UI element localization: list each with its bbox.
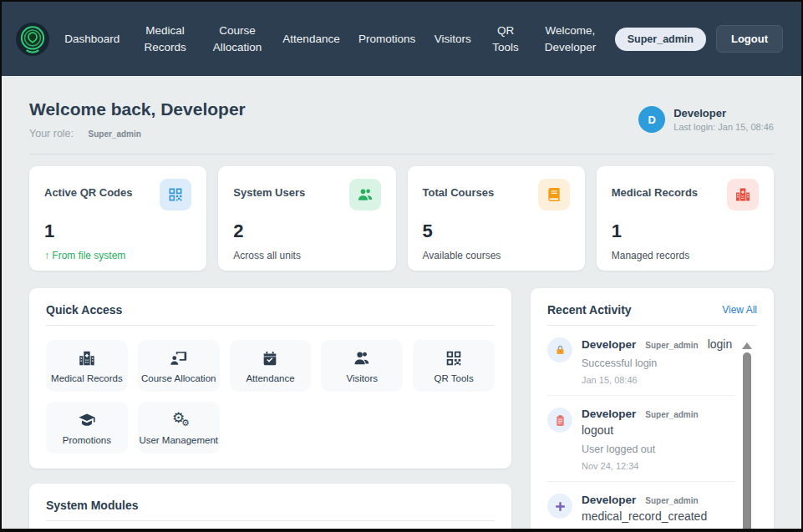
book-icon bbox=[538, 179, 570, 210]
logout-button[interactable]: Logout bbox=[716, 25, 783, 53]
tile-medical-records[interactable]: Medical Records bbox=[46, 340, 128, 392]
stat-card-system-users[interactable]: System Users 2 Across all units bbox=[218, 166, 395, 271]
nav-item-attendance[interactable]: Attendance bbox=[282, 31, 339, 48]
activity-description: Successful login bbox=[582, 356, 732, 371]
role-line: Your role: Super_admin bbox=[29, 128, 246, 139]
visitors-icon bbox=[353, 349, 371, 367]
welcome-header: Welcome back, Developer Your role: Super… bbox=[29, 76, 774, 139]
tile-course-allocation[interactable]: Course Allocation bbox=[138, 340, 220, 392]
tile-label: Course Allocation bbox=[141, 373, 216, 383]
tile-label: QR Tools bbox=[435, 373, 474, 383]
activity-action: logout bbox=[582, 423, 613, 437]
nav-item-promotions[interactable]: Promotions bbox=[358, 31, 415, 48]
school-crest-icon[interactable] bbox=[15, 22, 50, 57]
tile-label: Attendance bbox=[246, 373, 294, 383]
activity-action: medical_record_created bbox=[582, 509, 707, 523]
nav-item-qr-tools[interactable]: QR Tools bbox=[490, 23, 521, 55]
activity-role: Super_admin bbox=[645, 410, 698, 419]
nav-menu: Dashboard Medical Records Course Allocat… bbox=[55, 23, 610, 55]
user-chip: D Developer Last login: Jan 15, 08:46 bbox=[638, 106, 774, 133]
activity-description: Created medical record for matric no: KN… bbox=[582, 528, 735, 532]
activity-scrollbar[interactable] bbox=[742, 342, 752, 532]
tile-user-management[interactable]: ⚙⚙ User Management bbox=[138, 402, 220, 453]
app-window: Dashboard Medical Records Course Allocat… bbox=[0, 0, 803, 532]
gears-icon: ⚙⚙ bbox=[172, 411, 185, 429]
last-login: Last login: Jan 15, 08:46 bbox=[673, 122, 774, 132]
stat-subtitle: Across all units bbox=[233, 250, 380, 261]
activity-item-medical-record-created[interactable]: Developer Super_admin medical_record_cre… bbox=[547, 482, 735, 532]
tile-label: Promotions bbox=[63, 435, 111, 445]
tile-label: User Management bbox=[139, 435, 218, 445]
role-value: Super_admin bbox=[89, 129, 141, 139]
activity-user: Developer bbox=[582, 338, 636, 351]
recent-activity-panel: Recent Activity View All Developer Super… bbox=[531, 288, 774, 532]
stat-cards-row: Active QR Codes 1 ↑ From file system Sys… bbox=[29, 166, 774, 271]
stat-value: 5 bbox=[423, 220, 570, 242]
activity-role: Super_admin bbox=[645, 341, 698, 350]
activity-list: Developer Super_admin login Successful l… bbox=[547, 326, 757, 532]
activity-description: User logged out bbox=[582, 442, 735, 457]
stat-card-total-courses[interactable]: Total Courses 5 Available courses bbox=[408, 166, 585, 271]
role-label: Your role: bbox=[29, 128, 74, 139]
scrollbar-thumb[interactable] bbox=[743, 352, 751, 532]
quick-access-grid: Medical Records Course Allocation Attend… bbox=[46, 340, 495, 453]
scrollbar-up-arrow-icon[interactable] bbox=[742, 342, 752, 349]
plus-icon bbox=[547, 494, 572, 519]
user-name: Developer bbox=[673, 107, 774, 119]
stat-title: System Users bbox=[233, 179, 305, 199]
activity-time: Nov 24, 12:34 bbox=[582, 461, 735, 471]
view-all-link[interactable]: View All bbox=[722, 304, 757, 316]
tile-visitors[interactable]: Visitors bbox=[321, 340, 403, 392]
stat-title: Active QR Codes bbox=[44, 179, 132, 199]
quick-access-panel: Quick Access Medical Records Course Allo… bbox=[29, 288, 511, 469]
page-title: Welcome back, Developer bbox=[29, 99, 246, 119]
qr-code-icon bbox=[160, 179, 191, 210]
graduation-cap-icon bbox=[78, 411, 96, 429]
activity-item-login[interactable]: Developer Super_admin login Successful l… bbox=[547, 326, 735, 396]
header-divider bbox=[29, 154, 774, 155]
top-navbar: Dashboard Medical Records Course Allocat… bbox=[2, 2, 801, 76]
divider bbox=[46, 325, 495, 326]
nav-welcome-text: Welcome, Developer bbox=[540, 23, 600, 55]
role-badge[interactable]: Super_admin bbox=[615, 28, 706, 51]
hospital-icon bbox=[727, 179, 759, 210]
tile-label: Medical Records bbox=[51, 373, 123, 383]
nav-item-medical-records[interactable]: Medical Records bbox=[139, 23, 192, 55]
nav-right-cluster: Super_admin Logout bbox=[615, 25, 783, 53]
divider bbox=[46, 520, 495, 521]
stat-subtitle: ↑ From file system bbox=[44, 250, 191, 261]
nav-item-course-allocation[interactable]: Course Allocation bbox=[211, 23, 264, 55]
stat-title: Medical Records bbox=[612, 179, 698, 199]
stat-card-medical-records[interactable]: Medical Records 1 Managed records bbox=[597, 166, 774, 271]
calendar-check-icon bbox=[261, 349, 279, 367]
system-modules-title: System Modules bbox=[46, 495, 495, 520]
stat-value: 1 bbox=[44, 220, 191, 242]
activity-time: Jan 15, 08:46 bbox=[582, 375, 732, 385]
nav-item-dashboard[interactable]: Dashboard bbox=[64, 31, 119, 48]
stat-value: 2 bbox=[233, 220, 380, 242]
users-group-icon bbox=[349, 179, 381, 210]
tile-qr-tools[interactable]: QR Tools bbox=[413, 340, 495, 392]
lock-icon bbox=[547, 337, 572, 362]
nav-item-visitors[interactable]: Visitors bbox=[435, 31, 471, 48]
activity-user: Developer bbox=[582, 408, 636, 420]
activity-item-logout[interactable]: Developer Super_admin logout User logged… bbox=[547, 396, 735, 482]
quick-access-title: Quick Access bbox=[46, 300, 495, 325]
avatar[interactable]: D bbox=[638, 106, 665, 133]
tile-attendance[interactable]: Attendance bbox=[230, 340, 312, 392]
activity-role: Super_admin bbox=[645, 496, 698, 505]
system-modules-panel: System Modules bbox=[29, 484, 511, 532]
qr-code-icon bbox=[445, 349, 463, 367]
stat-card-active-qr-codes[interactable]: Active QR Codes 1 ↑ From file system bbox=[29, 166, 206, 271]
stat-title: Total Courses bbox=[423, 179, 495, 199]
stat-value: 1 bbox=[612, 220, 759, 242]
hospital-icon bbox=[78, 349, 96, 367]
clipboard-icon bbox=[547, 408, 572, 433]
stat-subtitle: Available courses bbox=[423, 250, 570, 261]
chalkboard-user-icon bbox=[170, 349, 188, 367]
tile-label: Visitors bbox=[347, 373, 379, 383]
tile-promotions[interactable]: Promotions bbox=[46, 402, 128, 453]
recent-activity-title: Recent Activity bbox=[547, 303, 632, 317]
activity-action: login bbox=[708, 337, 733, 351]
stat-subtitle: Managed records bbox=[612, 250, 759, 261]
